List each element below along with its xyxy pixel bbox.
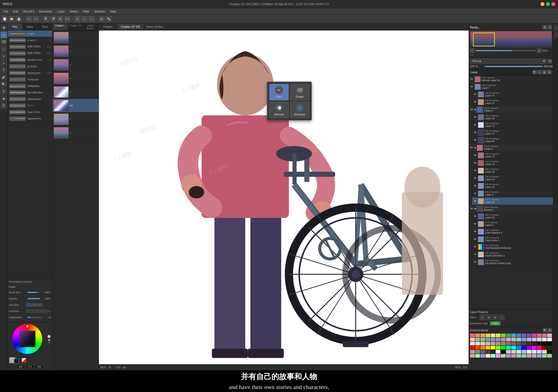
anti-alias-opt3[interactable] (37, 303, 42, 307)
color-cell-84[interactable] (491, 354, 496, 358)
layer-visibility-72[interactable] (473, 123, 477, 127)
layer-row-7[interactable]: 100 % Normal Layer 7 (469, 83, 553, 91)
layer-visibility-color-balance[interactable] (473, 230, 477, 234)
layer-row-tone-curve[interactable]: 100 % Normal Tone Curve 1 (472, 235, 553, 243)
layer-row-23b[interactable]: 100 % Normal Layer 23 (472, 213, 553, 220)
color-cell-34[interactable] (480, 342, 485, 345)
layer-row-folder2[interactable]: ▶ 100 % Normal Folder 2 (469, 144, 553, 152)
layer-row-23[interactable]: 100 % Normal Layer 23 (472, 197, 553, 205)
color-cell-81[interactable] (475, 354, 480, 358)
tool-fill[interactable]: ▪ (1, 60, 7, 66)
layer-row-70[interactable]: 100 % Normal Layer 70 (472, 152, 553, 159)
color-cell-11[interactable] (527, 333, 532, 337)
layer-row-9[interactable]: 63 % Normal Layer 9 (472, 220, 553, 228)
color-cell-91[interactable] (527, 354, 532, 358)
menu-edit[interactable]: Edit (11, 9, 20, 14)
canvas-tab-chapter10[interactable]: Chapter 10° 6/6 (118, 24, 143, 29)
color-cell-58[interactable] (521, 346, 526, 350)
brush-item-textured-pen[interactable]: Textured pen (8, 96, 52, 102)
color-cell-71[interactable] (506, 350, 511, 354)
tool-eraser[interactable]: ⌫ (1, 39, 7, 45)
tool-select[interactable]: ▢ (1, 46, 7, 52)
maximize-button[interactable] (546, 2, 550, 6)
color-cell-79[interactable] (547, 350, 552, 354)
thumb-item-6[interactable]: 6/6 (53, 99, 99, 112)
color-cell-42[interactable] (521, 342, 526, 345)
anti-alias-opt2[interactable] (32, 303, 37, 307)
brush-item-gpen[interactable]: G-pen 0.7 (8, 30, 52, 37)
layer-row-63[interactable]: 100 % Normal Layer 63 (472, 174, 553, 182)
color-cell-68[interactable] (491, 350, 496, 354)
menu-select[interactable]: Select (68, 9, 80, 14)
layer-visibility-bicycle2[interactable] (470, 207, 474, 211)
toolbar-100[interactable]: 1:1 (64, 16, 70, 22)
color-cell-45[interactable] (537, 342, 542, 345)
color-cell-63[interactable] (547, 346, 552, 350)
tool-lasso[interactable]: ⊂ (1, 53, 7, 59)
bg-color[interactable] (14, 359, 19, 364)
color-cell-32[interactable] (470, 342, 475, 345)
color-cell-59[interactable] (527, 346, 532, 350)
thumb-tab-chapter10[interactable]: Chapter 10° (68, 23, 83, 30)
color-cell-51[interactable] (486, 346, 490, 350)
layer-visibility-7[interactable] (470, 85, 474, 89)
thumb-item-2[interactable]: 2 (53, 44, 99, 58)
navigator-mini-canvas[interactable] (470, 31, 552, 47)
popup-tool-pen[interactable]: ✏ Pen (269, 84, 289, 100)
far-right-btn-1[interactable]: ▲ (554, 24, 558, 31)
layer-row-40[interactable]: 100 % Normal Layer 40 (472, 114, 553, 121)
tool-mix[interactable]: ☰ (1, 102, 7, 109)
color-cell-25[interactable] (516, 338, 521, 341)
color-cell-38[interactable] (501, 342, 506, 345)
close-button[interactable] (551, 2, 555, 6)
color-cell-44[interactable] (532, 342, 537, 345)
effect-btn-3[interactable]: ✦ (493, 315, 498, 320)
tab-mark[interactable]: Marg (23, 23, 38, 30)
brush-item-mofude4[interactable]: 毛筆-均等#4 1.5 (8, 50, 52, 57)
layer-visibility-9[interactable] (473, 222, 477, 226)
hardness-opt4[interactable] (37, 310, 40, 313)
toolbar-rotate[interactable]: ↻ (74, 16, 80, 22)
tool-zoom[interactable]: 🔍 (1, 81, 7, 88)
color-cell-24[interactable] (511, 338, 516, 341)
color-cell-74[interactable] (521, 350, 526, 354)
color-cell-0[interactable] (470, 333, 475, 337)
color-cell-77[interactable] (537, 350, 542, 354)
color-cell-43[interactable] (527, 342, 532, 345)
color-cell-57[interactable] (516, 346, 521, 350)
color-cell-6[interactable] (501, 333, 506, 337)
color-cell-87[interactable] (506, 354, 511, 358)
tab-pen[interactable]: Pen (8, 23, 23, 30)
thumb-item-8[interactable]: 8 (53, 126, 99, 140)
color-cell-52[interactable] (491, 346, 496, 350)
color-cell-13[interactable] (537, 333, 542, 337)
transparent-swatch[interactable] (22, 358, 26, 362)
layer-visibility-71[interactable] (473, 131, 477, 134)
color-cell-49[interactable] (475, 346, 480, 350)
color-cell-72[interactable] (511, 350, 516, 354)
thumb-tab-library[interactable]: Library (Exten... (83, 23, 99, 30)
effect-btn-1[interactable]: B (480, 315, 485, 320)
layer-row-color-balance[interactable]: 100 % Normal Color balance 4 (472, 228, 553, 235)
layer-row-normal-26[interactable]: 100 * Normal Normal Layer 26 (469, 75, 553, 83)
menu-help[interactable]: Help (108, 9, 119, 14)
layer-visibility-40[interactable] (473, 115, 477, 119)
toolbar-zoom-in[interactable]: 🔎 (50, 16, 56, 22)
toolbar-flip-h[interactable]: ↔ (81, 16, 87, 22)
color-cell-80[interactable] (470, 354, 475, 358)
color-cell-48[interactable] (470, 346, 475, 350)
toolbar-open[interactable]: 📂 (9, 16, 15, 22)
color-cell-92[interactable] (532, 354, 537, 358)
menu-window[interactable]: Window (92, 9, 107, 14)
layer-visibility-tone-curve[interactable] (473, 237, 477, 241)
color-cell-86[interactable] (501, 354, 506, 358)
brush-item-tapered-pen[interactable]: Tapered Pen (8, 115, 52, 122)
color-cell-40[interactable] (511, 342, 516, 345)
layer-visibility-hue-sat[interactable] (473, 245, 477, 249)
color-cell-30[interactable] (542, 338, 547, 341)
tool-eyedrop[interactable]: 💉 (1, 74, 7, 81)
canvas-tab-library[interactable]: Library (Exten... (143, 24, 168, 29)
layer-visibility-63[interactable] (473, 176, 477, 180)
hardness-opt1[interactable] (26, 310, 30, 313)
size-large[interactable] (47, 335, 51, 338)
